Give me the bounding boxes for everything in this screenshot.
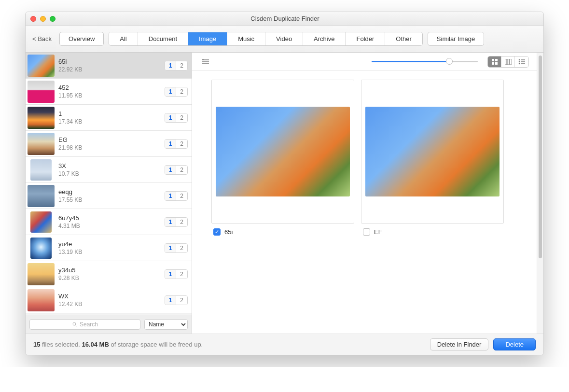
preview-toolbar <box>192 53 537 71</box>
list-item[interactable]: EG21.98 KB12 <box>26 131 192 157</box>
total-count: 2 <box>176 192 187 200</box>
svg-point-16 <box>519 63 520 64</box>
delete-in-finder-button[interactable]: Delete in Finder <box>430 338 489 350</box>
selected-count: 1 <box>165 296 177 305</box>
svg-rect-11 <box>510 59 512 65</box>
tab-image[interactable]: Image <box>188 32 227 45</box>
svg-rect-6 <box>495 59 498 61</box>
preview-area: ✓65iEF <box>192 53 537 334</box>
selected-count: 1 <box>165 270 177 279</box>
preview-caption: ✓65i <box>211 224 354 240</box>
search-input[interactable]: Search <box>29 319 140 330</box>
window-title: Cisdem Duplicate Finder <box>31 15 539 22</box>
app-window: Cisdem Duplicate Finder < Back Overview … <box>25 12 544 355</box>
scrollbar[interactable] <box>537 53 543 334</box>
count-badge: 12 <box>165 269 188 279</box>
count-badge: 12 <box>165 217 188 227</box>
select-all-toggle[interactable] <box>200 56 211 68</box>
selected-count: 1 <box>165 166 177 174</box>
selected-count: 1 <box>165 113 177 122</box>
file-size: 21.98 KB <box>58 144 165 151</box>
thumbnail <box>28 263 55 285</box>
tab-all[interactable]: All <box>109 32 138 45</box>
total-count: 2 <box>176 166 187 174</box>
toolbar: < Back Overview AllDocumentImageMusicVid… <box>26 26 543 53</box>
file-size: 9.28 KB <box>58 275 165 281</box>
statusbar: 15 files selected. 16.04 MB of storage s… <box>26 334 543 355</box>
svg-rect-9 <box>505 59 507 65</box>
total-count: 2 <box>176 87 187 96</box>
tab-music[interactable]: Music <box>227 32 265 45</box>
count-badge: 12 <box>165 87 188 97</box>
thumbnail <box>28 289 55 311</box>
preview-label: EF <box>374 228 382 236</box>
file-size: 12.42 KB <box>58 301 165 308</box>
svg-line-1 <box>75 325 77 327</box>
tab-folder[interactable]: Folder <box>346 32 385 45</box>
tab-video[interactable]: Video <box>265 32 303 45</box>
thumbnail <box>28 55 55 77</box>
count-badge: 12 <box>165 165 188 175</box>
total-count: 2 <box>176 296 187 305</box>
thumbnail-zoom-slider[interactable] <box>372 61 478 62</box>
list-item[interactable]: eeqg17.55 KB12 <box>26 183 192 209</box>
preview-image <box>365 107 500 196</box>
total-count: 2 <box>176 244 187 252</box>
main-panel: ✓65iEF <box>192 53 543 334</box>
overview-button[interactable]: Overview <box>59 32 104 46</box>
preview-image-box[interactable] <box>211 80 354 224</box>
file-size: 17.55 KB <box>58 196 165 203</box>
total-count: 2 <box>176 113 187 122</box>
file-size: 17.34 KB <box>58 118 165 125</box>
freed-size: 16.04 MB <box>82 341 109 348</box>
view-mode-segmented <box>487 56 529 68</box>
file-size: 22.92 KB <box>58 66 165 73</box>
total-count: 2 <box>176 270 187 279</box>
search-icon <box>72 322 78 327</box>
tab-archive[interactable]: Archive <box>303 32 346 45</box>
list-item[interactable]: 117.34 KB12 <box>26 105 192 131</box>
delete-button[interactable]: Delete <box>493 338 536 350</box>
svg-point-12 <box>519 59 520 60</box>
similar-image-button[interactable]: Similar Image <box>428 32 484 46</box>
svg-point-0 <box>73 322 76 325</box>
tab-document[interactable]: Document <box>138 32 188 45</box>
selected-count: 1 <box>165 140 177 148</box>
list-item[interactable]: 3X10.7 KB12 <box>26 157 192 183</box>
count-badge: 12 <box>165 243 188 253</box>
sort-select[interactable]: Name <box>144 319 188 330</box>
file-name: yu4e <box>58 240 165 248</box>
list-item[interactable]: 65i22.92 KB12 <box>26 53 192 79</box>
list-item[interactable]: yu4e13.19 KB12 <box>26 235 192 261</box>
category-tabs: AllDocumentImageMusicVideoArchiveFolderO… <box>109 32 423 46</box>
back-button[interactable]: < Back <box>32 35 52 42</box>
total-count: 2 <box>176 140 187 148</box>
preview-image-box[interactable] <box>361 80 504 224</box>
list-item[interactable]: 45211.95 KB12 <box>26 79 192 105</box>
view-columns-button[interactable] <box>501 56 515 67</box>
selected-count: 1 <box>165 192 177 200</box>
view-grid-button[interactable] <box>488 56 501 67</box>
preview-card: ✓65i <box>211 80 354 240</box>
select-checkbox[interactable]: ✓ <box>213 228 221 236</box>
count-badge: 12 <box>165 61 188 70</box>
count-badge: 12 <box>165 139 188 149</box>
count-badge: 12 <box>165 295 188 305</box>
view-list-button[interactable] <box>515 56 528 67</box>
body: 65i22.92 KB1245211.95 KB12117.34 KB12EG2… <box>26 53 543 334</box>
preview-caption: EF <box>361 224 504 240</box>
file-name: EG <box>58 136 165 143</box>
list-item[interactable]: 6u7y454.31 MB12 <box>26 209 192 235</box>
list-item[interactable]: WX12.42 KB12 <box>26 287 192 313</box>
thumbnail <box>28 81 55 103</box>
svg-rect-10 <box>507 59 509 65</box>
selected-count: 15 <box>33 341 40 348</box>
list-item[interactable]: y34u59.28 KB12 <box>26 261 192 287</box>
svg-rect-8 <box>495 62 498 65</box>
svg-rect-7 <box>492 62 494 65</box>
duplicate-groups-list[interactable]: 65i22.92 KB1245211.95 KB12117.34 KB12EG2… <box>26 53 192 315</box>
selected-count: 1 <box>165 61 177 70</box>
tab-other[interactable]: Other <box>385 32 422 45</box>
file-size: 11.95 KB <box>58 92 165 99</box>
select-checkbox[interactable] <box>363 228 370 236</box>
